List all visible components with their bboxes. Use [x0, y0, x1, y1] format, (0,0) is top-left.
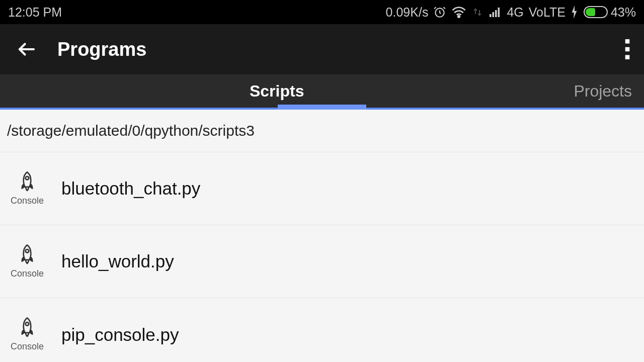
file-icon-label: Console	[11, 268, 44, 279]
status-volte: VoLTE	[529, 5, 566, 20]
status-network-speed: 0.09K/s	[386, 5, 429, 20]
tab-projects[interactable]: Projects	[553, 74, 644, 108]
path-row[interactable]: /storage/emulated/0/qpython/scripts3	[0, 110, 644, 152]
rocket-icon	[18, 171, 36, 194]
file-name: bluetooth_chat.py	[61, 178, 200, 199]
svg-rect-5	[498, 8, 500, 17]
content-area: /storage/emulated/0/qpython/scripts3 Con…	[0, 110, 644, 362]
status-bar: 12:05 PM 0.09K/s 4G VoLTE	[0, 0, 644, 24]
tab-projects-label: Projects	[574, 82, 632, 101]
alarm-icon	[433, 6, 446, 19]
tab-scripts[interactable]: Scripts	[0, 74, 553, 108]
svg-point-10	[26, 249, 29, 252]
file-row[interactable]: Console bluetooth_chat.py	[0, 152, 644, 225]
svg-point-11	[26, 322, 29, 325]
svg-rect-6	[625, 39, 630, 44]
file-row[interactable]: Console hello_world.py	[0, 225, 644, 298]
status-network-type: 4G	[507, 5, 523, 20]
svg-rect-7	[625, 47, 630, 52]
signal-icon	[489, 6, 502, 18]
rocket-icon	[18, 244, 36, 266]
file-icon-label: Console	[11, 196, 44, 206]
file-icon-label: Console	[11, 341, 44, 352]
tab-bar: Scripts Projects	[0, 74, 644, 110]
tab-scripts-label: Scripts	[250, 82, 304, 101]
svg-rect-3	[493, 12, 495, 17]
charging-icon	[571, 6, 579, 19]
app-bar-title: Programs	[57, 39, 601, 60]
tab-active-indicator	[278, 105, 366, 110]
status-time: 12:05 PM	[8, 5, 62, 20]
svg-rect-2	[490, 14, 492, 17]
wifi-icon	[451, 6, 466, 19]
svg-rect-4	[495, 10, 497, 17]
svg-rect-8	[625, 55, 630, 59]
back-button[interactable]	[16, 39, 37, 60]
file-name: hello_world.py	[61, 251, 174, 272]
app-bar: Programs	[0, 24, 644, 74]
data-transfer-icon	[471, 6, 484, 19]
svg-point-1	[458, 16, 460, 18]
overflow-menu-button[interactable]	[621, 39, 634, 59]
file-name: pip_console.py	[61, 325, 179, 345]
rocket-icon	[18, 317, 36, 339]
svg-point-9	[26, 176, 29, 179]
file-row[interactable]: Console pip_console.py	[0, 298, 644, 362]
battery-icon	[584, 6, 608, 18]
current-path: /storage/emulated/0/qpython/scripts3	[7, 122, 255, 139]
status-battery-pct: 43%	[611, 5, 636, 20]
